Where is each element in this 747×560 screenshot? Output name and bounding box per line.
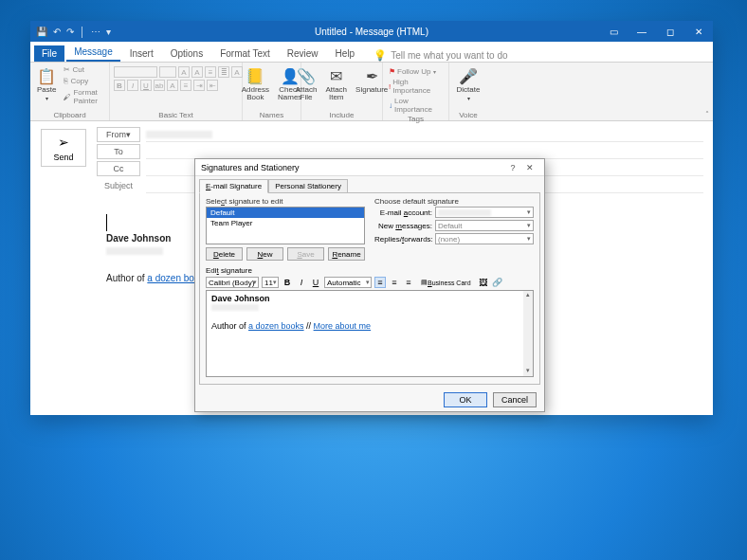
font-size-combo[interactable]: 11: [262, 277, 279, 288]
copy-button[interactable]: ⎘Copy: [62, 76, 105, 86]
cc-button[interactable]: Cc: [97, 161, 140, 176]
cancel-button[interactable]: Cancel: [493, 392, 537, 407]
signature-name: Dave Johnson: [106, 233, 171, 244]
rename-sig-button[interactable]: Rename: [328, 247, 365, 261]
shrink-font-icon[interactable]: A: [191, 66, 203, 78]
qat-sep: │: [80, 27, 85, 37]
numbering-icon[interactable]: ≣: [218, 66, 229, 78]
follow-up-button[interactable]: ⚑Follow Up▾: [387, 66, 438, 77]
sig-item-default[interactable]: Default: [207, 208, 364, 218]
new-sig-button[interactable]: New: [246, 247, 283, 261]
ribbon-display-icon[interactable]: ▭: [599, 21, 628, 42]
outdent-icon[interactable]: ⇤: [207, 80, 218, 91]
to-button[interactable]: To: [97, 144, 140, 159]
undo-icon[interactable]: ↶: [53, 27, 61, 37]
from-field[interactable]: [146, 127, 703, 142]
bold-button[interactable]: B: [282, 277, 293, 288]
underline-button[interactable]: U: [310, 277, 321, 288]
editor-scrollbar[interactable]: ▴▾: [523, 291, 533, 376]
chevron-down-icon[interactable]: ▾: [106, 27, 111, 37]
send-button[interactable]: ➢ Send: [41, 129, 86, 167]
tab-message[interactable]: Message: [66, 44, 120, 62]
delete-sig-button[interactable]: Delete: [206, 247, 243, 261]
email-account-combo[interactable]: [435, 207, 534, 218]
highlight-icon[interactable]: ab: [154, 80, 165, 91]
font-color-combo[interactable]: Automatic: [324, 277, 372, 288]
sig-item-team-player[interactable]: Team Player: [207, 218, 364, 228]
tab-file[interactable]: File: [34, 45, 64, 62]
tab-help[interactable]: Help: [328, 45, 363, 62]
size-combo[interactable]: [159, 66, 176, 78]
select-sig-label: Select signature to edit: [206, 197, 365, 206]
to-field[interactable]: [146, 144, 703, 159]
tab-personal-stationery[interactable]: Personal Stationery: [268, 179, 348, 193]
brush-icon: 🖌: [64, 93, 71, 101]
signature-editor[interactable]: Dave Johnson Author of a dozen books // …: [206, 290, 534, 377]
editor-link-books[interactable]: a dozen books: [248, 321, 304, 331]
high-importance-button[interactable]: !High Importance: [387, 77, 445, 96]
dialog-title: Signatures and Stationery: [201, 163, 300, 172]
tell-me-search[interactable]: 💡 Tell me what you want to do: [374, 49, 507, 62]
align-right-button[interactable]: ≡: [403, 277, 414, 288]
titlebar: 💾 ↶ ↷ │ ⋯ ▾ Untitled - Message (HTML) ▭ …: [30, 21, 713, 42]
low-importance-button[interactable]: ↓Low Importance: [387, 96, 445, 115]
flag-icon: ⚑: [389, 67, 395, 76]
paste-icon: 📋: [37, 66, 56, 85]
font-combo[interactable]: [114, 66, 157, 78]
editor-redacted: [211, 304, 259, 311]
from-button[interactable]: From ▾: [97, 127, 140, 142]
editor-link-about[interactable]: More about me: [314, 321, 372, 331]
signature-list[interactable]: Default Team Player: [206, 207, 365, 244]
cut-icon: ✂: [64, 65, 70, 74]
dialog-close-button[interactable]: ✕: [521, 163, 538, 172]
maximize-button[interactable]: ◻: [656, 21, 684, 42]
new-messages-combo[interactable]: Default: [435, 220, 534, 231]
attach-file-button[interactable]: 📎Attach File: [293, 64, 320, 103]
qat-more-icon[interactable]: ⋯: [91, 27, 100, 37]
redacted-line: [106, 247, 163, 255]
format-painter-button[interactable]: 🖌Format Painter: [62, 87, 105, 106]
group-include: 📎Attach File ✉Attach Item ✒Signature Inc…: [301, 63, 383, 120]
close-button[interactable]: ✕: [684, 21, 713, 42]
group-voice: 🎤Dictate▾ Voice: [449, 63, 487, 120]
ok-button[interactable]: OK: [444, 392, 487, 407]
attach-item-icon: ✉: [327, 66, 346, 85]
dialog-tabs: E-mail Signature Personal Stationery: [195, 176, 544, 192]
replies-combo[interactable]: (none): [435, 233, 534, 244]
align-center-button[interactable]: ≡: [389, 277, 400, 288]
align-left-button[interactable]: ≡: [374, 277, 386, 288]
collapse-ribbon-icon[interactable]: ˄: [705, 110, 709, 118]
minimize-button[interactable]: —: [628, 21, 656, 42]
dialog-help-button[interactable]: ?: [504, 163, 521, 172]
grow-font-icon[interactable]: A: [178, 66, 190, 78]
align-icon[interactable]: ≡: [180, 80, 191, 91]
tab-email-signature[interactable]: E-mail Signature: [199, 179, 268, 193]
address-book-button[interactable]: 📒Address Book: [239, 64, 272, 103]
new-messages-label: New messages:: [374, 222, 435, 230]
redo-icon[interactable]: ↷: [66, 27, 74, 37]
arrow-down-icon: ↓: [389, 101, 392, 110]
bullets-icon[interactable]: ≡: [205, 66, 216, 78]
tab-insert[interactable]: Insert: [122, 45, 161, 62]
dictate-button[interactable]: 🎤Dictate▾: [454, 64, 483, 103]
italic-button[interactable]: I: [296, 277, 307, 288]
fontcolor-icon[interactable]: A: [167, 80, 178, 91]
save-icon[interactable]: 💾: [36, 27, 47, 37]
font-family-combo[interactable]: Calibri (Body): [206, 277, 259, 288]
underline-icon[interactable]: U: [140, 80, 152, 91]
dialog-body: Select signature to edit Default Team Pl…: [199, 192, 540, 385]
tab-options[interactable]: Options: [163, 45, 210, 62]
italic-icon[interactable]: I: [127, 80, 138, 91]
attach-item-button[interactable]: ✉Attach Item: [322, 64, 350, 103]
group-tags: ⚑Follow Up▾ !High Importance ↓Low Import…: [383, 63, 449, 120]
indent-icon[interactable]: ⇥: [193, 80, 205, 91]
save-sig-button[interactable]: Save: [287, 247, 324, 261]
link-button[interactable]: 🔗: [492, 277, 503, 288]
tab-format-text[interactable]: Format Text: [212, 45, 278, 62]
tab-review[interactable]: Review: [280, 45, 326, 62]
image-button[interactable]: 🖼: [478, 277, 489, 288]
cut-button[interactable]: ✂Cut: [62, 64, 105, 75]
business-card-button[interactable]: ▤ Business Card: [417, 277, 475, 288]
bold-icon[interactable]: B: [114, 80, 125, 91]
paste-button[interactable]: 📋 Paste ▾: [34, 64, 59, 103]
